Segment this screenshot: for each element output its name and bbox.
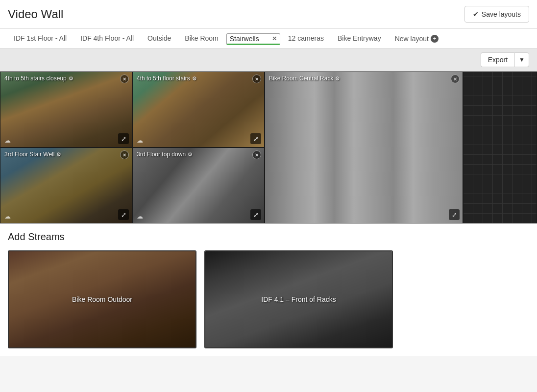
tab-bike-room[interactable]: Bike Room	[179, 29, 224, 49]
cell-label-5: 3rd Floor top down ⚙	[137, 151, 193, 158]
video-cell-dark	[463, 72, 537, 223]
video-cell-stair-3rd[interactable]: 3rd Floor Stair Well ⚙ ✕ ⤢ ☁	[0, 147, 132, 223]
export-button[interactable]: Export	[481, 52, 514, 67]
save-layouts-button[interactable]: ✔ Save layouts	[464, 6, 529, 23]
stream-thumbnails: Bike Room Outdoor IDF 4.1 – Front of Rac…	[8, 250, 529, 348]
video-cell-stair-4to5[interactable]: 4th to 5th floor stairs ⚙ ✕ ⤢ ☁	[132, 72, 265, 147]
stream-label-2: IDF 4.1 – Front of Racks	[261, 295, 336, 303]
expand-icon-4[interactable]: ⤢	[118, 209, 129, 220]
add-streams-title: Add Streams	[8, 231, 529, 243]
cell-close-4[interactable]: ✕	[120, 150, 129, 159]
video-wall: 4th to 5th stairs closeup ⚙ ✕ ⤢ ☁ 4th to…	[0, 72, 537, 223]
expand-icon-2[interactable]: ⤢	[250, 133, 261, 144]
check-icon: ✔	[473, 10, 479, 18]
cloud-icon-5[interactable]: ☁	[137, 213, 143, 220]
gear-icon-4[interactable]: ⚙	[56, 151, 61, 158]
stream-thumb-bike-outdoor[interactable]: Bike Room Outdoor	[8, 250, 196, 348]
cloud-icon-2[interactable]: ☁	[137, 137, 143, 144]
tab-close-icon[interactable]: ✕	[272, 35, 277, 42]
cell-label-3: Bike Room Central Rack ⚙	[269, 75, 340, 82]
expand-icon-3[interactable]: ⤢	[449, 209, 460, 220]
cloud-icon-4[interactable]: ☁	[4, 213, 11, 220]
tab-stairwells-active[interactable]: ✕	[226, 33, 280, 45]
cell-close-5[interactable]: ✕	[252, 150, 261, 159]
cell-label-2: 4th to 5th floor stairs ⚙	[137, 75, 197, 82]
video-cell-3rd-topdown[interactable]: 3rd Floor top down ⚙ ✕ ⤢ ☁	[132, 147, 265, 223]
gear-icon-3[interactable]: ⚙	[335, 75, 340, 82]
video-cell-bike-room[interactable]: Bike Room Central Rack ⚙ ✕ ⤢	[265, 72, 463, 223]
tab-new-layout[interactable]: New layout +	[389, 30, 444, 48]
gear-icon-5[interactable]: ⚙	[188, 151, 193, 158]
tab-12-cameras[interactable]: 12 cameras	[282, 29, 330, 49]
expand-icon-1[interactable]: ⤢	[118, 133, 129, 144]
stream-thumb-idf41[interactable]: IDF 4.1 – Front of Racks	[204, 250, 393, 348]
cell-label-1: 4th to 5th stairs closeup ⚙	[4, 75, 73, 82]
export-dropdown-button[interactable]: ▼	[514, 52, 529, 67]
tab-idf-4th-floor[interactable]: IDF 4th Floor - All	[74, 29, 140, 49]
add-streams-section: Add Streams Bike Room Outdoor IDF 4.1 – …	[0, 223, 537, 356]
stream-label-1: Bike Room Outdoor	[72, 295, 132, 303]
expand-icon-5[interactable]: ⤢	[250, 209, 261, 220]
cloud-icon-1[interactable]: ☁	[4, 137, 11, 144]
cell-close-2[interactable]: ✕	[252, 74, 261, 83]
tab-bike-entryway[interactable]: Bike Entryway	[332, 29, 387, 49]
cell-close-3[interactable]: ✕	[451, 74, 460, 83]
gear-icon-1[interactable]: ⚙	[69, 75, 73, 82]
export-container: Export ▼	[481, 52, 529, 67]
tab-idf-1st-floor[interactable]: IDF 1st Floor - All	[8, 29, 73, 49]
tab-stairwells-input[interactable]	[230, 35, 269, 43]
save-layouts-label: Save layouts	[482, 10, 521, 18]
tab-outside[interactable]: Outside	[142, 29, 177, 49]
page-title: Video Wall	[8, 7, 63, 21]
new-layout-plus-icon: +	[431, 35, 439, 43]
header: Video Wall ✔ Save layouts	[0, 0, 537, 29]
new-layout-label: New layout	[395, 35, 429, 43]
video-cell-stair-4to5-closeup[interactable]: 4th to 5th stairs closeup ⚙ ✕ ⤢ ☁	[0, 72, 132, 147]
toolbar: Export ▼	[0, 49, 537, 72]
tabs-bar: IDF 1st Floor - All IDF 4th Floor - All …	[0, 29, 537, 49]
gear-icon-2[interactable]: ⚙	[192, 75, 197, 82]
cell-label-4: 3rd Floor Stair Well ⚙	[4, 151, 61, 158]
cell-close-1[interactable]: ✕	[120, 74, 129, 83]
